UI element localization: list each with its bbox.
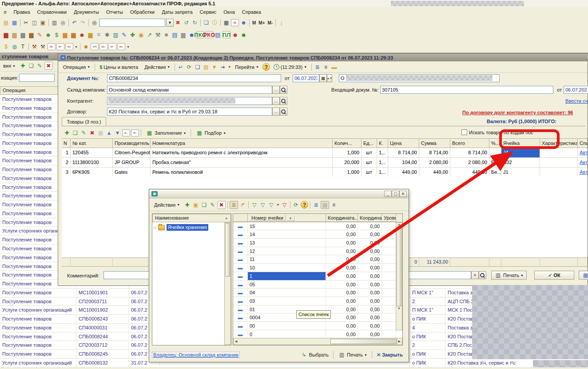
enter-invoice-link[interactable]: Ввести сч	[565, 98, 588, 104]
dd[interactable]: ▼	[227, 64, 231, 71]
column-header-coord-y[interactable]: Координа...	[358, 214, 382, 222]
cut-icon[interactable]: ✂	[22, 19, 30, 26]
comment-history-button[interactable]	[479, 271, 486, 279]
popup-print-button[interactable]: ▥Печать▼	[335, 350, 370, 359]
menu-item[interactable]: л	[0, 8, 10, 16]
sep[interactable]	[48, 19, 49, 26]
sep[interactable]	[290, 201, 290, 209]
sep[interactable]	[220, 19, 221, 26]
column-header-level[interactable]: Уровен	[382, 214, 396, 222]
tab-goods[interactable]: Товары (3 поз.)	[62, 117, 106, 126]
invoice-list-icon[interactable]: ▤	[214, 31, 222, 38]
goods-column-header[interactable]: Колич...	[333, 138, 362, 148]
filter-value-icon[interactable]: ▽	[267, 201, 275, 209]
select-button[interactable]: ↳Выбрать	[297, 350, 332, 359]
hammers-icon[interactable]: ⚒	[39, 43, 47, 50]
prices-currency-button[interactable]: $Цены и валюта	[96, 63, 141, 72]
contract-open-button[interactable]	[280, 108, 287, 116]
delete-icon[interactable]: ✖	[44, 62, 53, 70]
doc-date-calendar-button[interactable]: ▦	[319, 74, 327, 82]
org-chart-icon[interactable]: ⌗	[95, 31, 103, 38]
list-dark-icon[interactable]: ≡	[163, 31, 170, 38]
goods-column-header[interactable]: Производитель	[113, 138, 151, 148]
goods-column-header[interactable]: Номенклатура	[151, 138, 333, 148]
sep[interactable]	[200, 19, 201, 26]
goods-column-header[interactable]: № кат.	[71, 138, 113, 148]
filter-clear-icon[interactable]: ▽	[281, 201, 288, 209]
copy-icon[interactable]: ❏	[72, 129, 79, 136]
refresh-icon[interactable]: ⟳	[292, 201, 300, 209]
warehouse-input[interactable]	[107, 86, 272, 94]
sep[interactable]	[249, 19, 250, 26]
cell-row[interactable]: ▬ 14 0,00 0,00	[233, 230, 402, 239]
undo-icon[interactable]: ↶	[71, 19, 78, 26]
preview-icon[interactable]: ◎	[59, 19, 67, 26]
help-icon[interactable]: ?	[262, 63, 270, 71]
transfer-out-icon[interactable]: ☻	[240, 31, 247, 38]
goods-row[interactable]: 21113800100JP GROUP Пробка сливная"20,00…	[62, 158, 588, 168]
tree-item-cells[interactable]: ○ Ячейки хранения	[152, 222, 231, 233]
tyre-icon[interactable]: T	[19, 43, 27, 50]
popup-close-button[interactable]: ✕	[399, 191, 407, 197]
edit-icon[interactable]: ✎	[209, 201, 216, 209]
sep[interactable]	[227, 201, 228, 209]
transfer-in-icon[interactable]: ☻	[231, 31, 239, 38]
users-icon[interactable]: ☻	[240, 19, 247, 26]
cell-row[interactable]: ▬ 00 0,00 0,00	[233, 322, 402, 330]
copy-icon[interactable]: ❏	[200, 201, 208, 209]
print-button[interactable]: ▥Печать▼	[491, 271, 527, 280]
goto-button[interactable]: Перейти▼	[232, 63, 262, 72]
menu-item[interactable]: Справочники	[34, 8, 71, 16]
sep[interactable]	[88, 19, 89, 26]
menu-item[interactable]: Документы	[70, 8, 103, 16]
goods-row[interactable]: 1120455Citroen-Peugeot Натяжитель привод…	[62, 148, 588, 158]
crayons-icon[interactable]: ▆	[87, 31, 94, 38]
rko-icon[interactable]: РКО	[205, 31, 213, 38]
save-icon[interactable]: ▦	[11, 19, 18, 26]
info-icon[interactable]: ⓘ	[211, 19, 219, 26]
doc-date-spinner[interactable]: ▲▼	[327, 74, 332, 82]
menu-item[interactable]: Окна	[220, 8, 238, 16]
sort-za-icon[interactable]: Я↓	[131, 129, 139, 136]
structure-icon[interactable]: ≣	[314, 64, 321, 71]
doc-actions-button[interactable]: Действия▼	[141, 63, 173, 72]
add-folder-icon[interactable]: ▣	[192, 201, 199, 209]
m-plus-icon[interactable]: M+	[258, 19, 266, 26]
partners-icon[interactable]: ☻	[78, 31, 86, 38]
quick-search-input[interactable]	[99, 19, 165, 27]
warehouse-open-button[interactable]	[280, 86, 287, 94]
move-up-icon[interactable]: ▲	[105, 129, 113, 136]
m-icon[interactable]: M	[251, 19, 257, 26]
popup-maximize-button[interactable]: ▢	[392, 191, 399, 197]
contragent-select-button[interactable]: ...	[272, 97, 280, 105]
calendar-icon[interactable]: 31	[231, 19, 239, 26]
fill-button[interactable]: ▦Заполнение▼	[143, 128, 189, 137]
delete-icon[interactable]: ✖	[217, 201, 226, 209]
dealership-icon[interactable]: ▆	[2, 31, 10, 38]
incoming-date-input[interactable]	[564, 86, 588, 94]
payment-icon[interactable]: $	[2, 43, 10, 50]
popup-close-action-button[interactable]: ✕Закрыть	[373, 350, 406, 359]
save-button[interactable]: ▦Записать	[579, 271, 588, 280]
edit-icon[interactable]: ✎	[36, 62, 44, 69]
list-icon[interactable]: ≡	[330, 201, 338, 209]
ledger-icon[interactable]: ▆	[70, 31, 77, 38]
schet-icon[interactable]: СЧ	[91, 43, 99, 50]
warehouse-select-button[interactable]: ...	[272, 86, 280, 94]
paste-icon[interactable]: ▣	[39, 19, 47, 26]
send-icon[interactable]: ➔	[219, 64, 226, 71]
list-hscrollbar[interactable]: ◀ ▶	[233, 338, 402, 345]
cell-row[interactable]: ▬ 15 0,00 0,00	[233, 222, 402, 231]
goods-column-header[interactable]: Всего	[450, 138, 489, 148]
price-doc-icon[interactable]: $	[53, 31, 60, 38]
ok-button[interactable]: ✔ОК	[534, 271, 574, 280]
delete-icon[interactable]: ✖	[88, 129, 96, 136]
pencils-icon[interactable]: ✎	[36, 31, 44, 38]
menu-item[interactable]: Сервис	[196, 8, 220, 16]
journal-actions-button[interactable]: вия▼	[0, 61, 19, 70]
nakl-plus-icon[interactable]: Н+	[48, 43, 56, 50]
popup-minimize-button[interactable]: _	[384, 191, 392, 197]
help-icon[interactable]: ?	[301, 201, 308, 209]
tree-column-header[interactable]: Наименование▲	[152, 214, 231, 222]
nakl-minus-icon[interactable]: Н−	[56, 43, 64, 50]
